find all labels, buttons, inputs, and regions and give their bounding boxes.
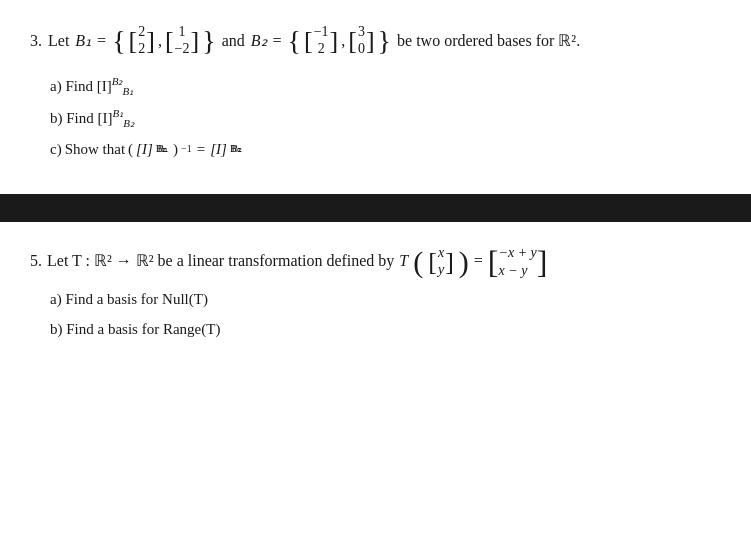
input-vector: [ x y ] <box>428 245 454 279</box>
equals-sign: = <box>474 247 483 276</box>
big-right-paren: ) <box>459 247 469 277</box>
y-component: y <box>438 262 444 279</box>
b1-vec2: [ 1 −2 ] <box>165 24 199 58</box>
result-bot: x − y <box>499 262 537 280</box>
result-bracket-left: [ <box>488 246 499 278</box>
problem-3-subparts: a) Find [I]B₂B₁ b) Find [I]B₁B₂ c) Show … <box>50 70 721 164</box>
and-text: and <box>222 28 245 54</box>
part-5b-label: b) <box>50 321 63 337</box>
part-c-show: Show that <box>65 134 125 164</box>
part-c-label: c) <box>50 134 62 164</box>
b1-vec1: [ 2 2 ] <box>129 24 155 58</box>
b2-close-brace: } <box>378 27 391 55</box>
part-b-label: b) <box>50 110 63 126</box>
top-section: 3. Let B₁ = { [ 2 2 ] , [ <box>0 0 751 184</box>
part-b: b) Find [I]B₁B₂ <box>50 102 721 134</box>
big-left-paren: ( <box>413 247 423 277</box>
b2-vec1: [ −1 2 ] <box>304 24 338 58</box>
part-5b-text: Find a basis for Range(T) <box>66 321 220 337</box>
b2-vec1-bot: 2 <box>318 41 325 58</box>
part-5a-label: a) <box>50 291 62 307</box>
b1-vec1-bot: 2 <box>138 41 145 58</box>
b2-vec2-bot: 0 <box>358 41 365 58</box>
part-b-notation: B₁ <box>113 110 124 126</box>
x-component: x <box>438 245 444 262</box>
b1-label: B₁ <box>75 28 91 54</box>
problem-5-part-b: b) Find a basis for Range(T) <box>50 314 721 344</box>
problem-3-let: Let <box>48 28 69 54</box>
part-a-find: Find [I] <box>65 78 111 94</box>
problem-5-part-a: a) Find a basis for Null(T) <box>50 284 721 314</box>
part-a: a) Find [I]B₂B₁ <box>50 70 721 102</box>
b2-vec2: [ 3 0 ] <box>348 24 374 58</box>
b2-label: B₂ <box>251 28 267 54</box>
b1-close-brace: } <box>202 27 215 55</box>
part-a-label: a) <box>50 78 62 94</box>
result-top: −x + y <box>499 244 537 262</box>
bottom-section: 5. Let T : ℝ² → ℝ² be a linear transform… <box>0 222 751 364</box>
b1-vec2-bot: −2 <box>175 41 190 58</box>
problem-5: 5. Let T : ℝ² → ℝ² be a linear transform… <box>30 244 721 344</box>
problem-3: 3. Let B₁ = { [ 2 2 ] , [ <box>30 24 721 164</box>
b2-vec2-top: 3 <box>358 24 365 41</box>
problem-5-title: 5. Let T : ℝ² → ℝ² be a linear transform… <box>30 244 721 280</box>
b2-set: { [ −1 2 ] , [ 3 0 <box>288 24 392 58</box>
result-vector: [ −x + y x − y ] <box>488 244 548 280</box>
be-text: be two ordered bases for ℝ². <box>397 28 580 54</box>
T-func-label: T <box>399 247 408 276</box>
b1-vec1-top: 2 <box>138 24 145 41</box>
b1-vec2-top: 1 <box>179 24 186 41</box>
part-c: c) Show that ( [I] B₂ B₁ ) −1 = [I] B₁ B… <box>50 134 721 164</box>
problem-3-title: 3. Let B₁ = { [ 2 2 ] , [ <box>30 24 721 58</box>
part-b-find: Find [I] <box>66 110 112 126</box>
part-a-notation: B₂ <box>112 78 123 94</box>
b2-open-brace: { <box>288 27 301 55</box>
problem-3-number: 3. <box>30 28 42 54</box>
b2-vec1-top: −1 <box>314 24 329 41</box>
problem-5-number: 5. <box>30 247 42 276</box>
b1-set: { [ 2 2 ] , [ 1 −2 <box>112 24 216 58</box>
part-5a-text: Find a basis for Null(T) <box>65 291 207 307</box>
problem-5-text: Let T : ℝ² → ℝ² be a linear transformati… <box>47 247 394 276</box>
problem-5-subparts: a) Find a basis for Null(T) b) Find a ba… <box>50 284 721 344</box>
result-bracket-right: ] <box>537 246 548 278</box>
section-divider <box>0 194 751 222</box>
b1-open-brace: { <box>112 27 125 55</box>
